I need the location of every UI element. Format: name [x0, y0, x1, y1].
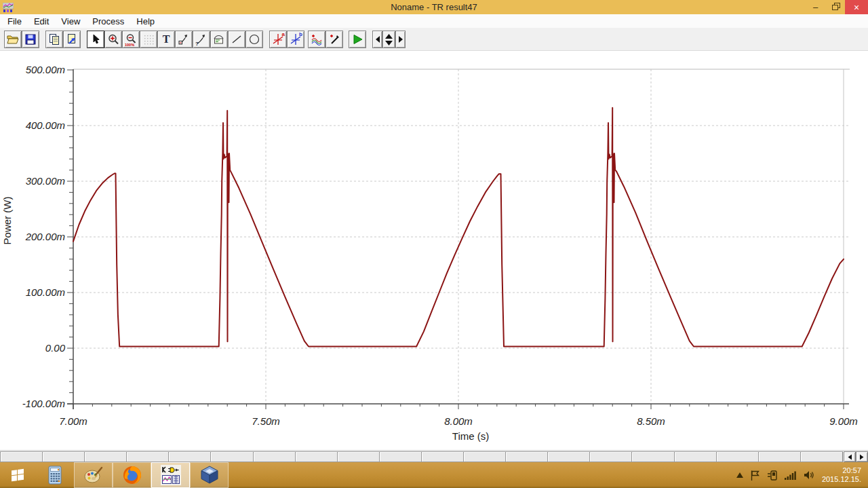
run-button[interactable]: [349, 31, 366, 48]
svg-text:7.00m: 7.00m: [59, 415, 87, 427]
auto-axis-icon: [177, 33, 191, 46]
save-button[interactable]: [22, 31, 39, 48]
down-arrow-icon: [385, 41, 393, 45]
paint-icon: [83, 466, 104, 485]
firefox-icon: [122, 465, 142, 485]
taskbar-clock[interactable]: 20:57 2015.12.15.: [822, 466, 861, 484]
svg-text:7.50m: 7.50m: [252, 415, 280, 427]
page-tab[interactable]: [379, 451, 422, 462]
minimize-button[interactable]: –: [806, 0, 825, 14]
toolbar: 100% T: [0, 29, 868, 51]
action-center-flag-icon[interactable]: [751, 470, 760, 481]
svg-text:0.00: 0.00: [45, 342, 66, 354]
cursor-tool-button[interactable]: [87, 31, 104, 48]
page-tab[interactable]: [168, 451, 211, 462]
line-icon: [230, 33, 243, 46]
svg-text:8.50m: 8.50m: [637, 415, 665, 427]
page-tab[interactable]: [631, 451, 674, 462]
menu-bar: FileEditViewProcessHelp: [0, 14, 868, 29]
legend-tool-button[interactable]: [210, 31, 228, 48]
grid-button[interactable]: [140, 31, 157, 48]
restore-button[interactable]: [825, 0, 845, 14]
network-signal-icon[interactable]: [785, 471, 796, 480]
svg-text:300.00m: 300.00m: [26, 175, 65, 187]
cursor-a-label: a: [282, 31, 285, 37]
page-tab[interactable]: [758, 451, 801, 462]
zoom-in-button[interactable]: [104, 31, 122, 48]
up-arrow-icon: [385, 34, 393, 39]
windows-logo-icon: [12, 469, 24, 482]
pen-icon: [328, 33, 341, 46]
page-tab[interactable]: [421, 451, 464, 462]
tab-scroll-left-button[interactable]: [844, 451, 856, 462]
page-tab[interactable]: [800, 451, 843, 462]
svg-text:Power (W): Power (W): [1, 197, 13, 245]
page-tab[interactable]: [42, 451, 85, 462]
cursor-b-label: b: [299, 31, 302, 37]
export-copy-icon: [65, 33, 79, 46]
restore-icon: [832, 4, 839, 10]
taskbar-firefox-button[interactable]: [113, 462, 151, 488]
hidden-icons-caret-icon[interactable]: [736, 472, 743, 478]
prev-curve-button[interactable]: [372, 31, 382, 48]
menu-process[interactable]: Process: [86, 14, 130, 28]
auto-axis-button[interactable]: [175, 31, 193, 48]
export-button[interactable]: [63, 31, 81, 48]
next-curve-button[interactable]: [395, 31, 406, 48]
pen-tool-button[interactable]: [326, 31, 343, 48]
page-tab[interactable]: [463, 451, 506, 462]
close-button[interactable]: ×: [845, 0, 868, 14]
page-tab[interactable]: [0, 451, 43, 462]
page-tab[interactable]: [674, 451, 717, 462]
svg-text:200.00m: 200.00m: [25, 231, 65, 242]
menu-help[interactable]: Help: [130, 14, 161, 28]
page-tab[interactable]: [547, 451, 590, 462]
hardware-icon[interactable]: [767, 470, 777, 481]
line-tool-button[interactable]: [228, 31, 245, 48]
cursor-b-button[interactable]: b: [287, 31, 304, 48]
copy-icon: [47, 33, 61, 46]
cursor-a-button[interactable]: a: [269, 31, 287, 48]
page-tab[interactable]: [589, 451, 632, 462]
ellipse-tool-button[interactable]: [245, 31, 263, 48]
text-tool-button[interactable]: T: [157, 31, 175, 48]
chart-area: 500.00m400.00m300.00m200.00m100.00m0.00-…: [0, 51, 868, 450]
menu-file[interactable]: File: [1, 14, 28, 28]
page-tab[interactable]: [716, 451, 759, 462]
window-title: Noname - TR result47: [0, 2, 868, 12]
left-arrow-icon: [374, 35, 381, 43]
start-button[interactable]: [0, 462, 35, 488]
taskbar-tina-button[interactable]: [151, 462, 190, 488]
menu-view[interactable]: View: [55, 14, 86, 28]
page-tabs: [0, 451, 842, 462]
svg-text:8.00m: 8.00m: [444, 415, 473, 427]
page-tab[interactable]: [126, 451, 169, 462]
tab-scroll-right-button[interactable]: [856, 451, 868, 462]
page-tab[interactable]: [253, 451, 296, 462]
chart-canvas: 500.00m400.00m300.00m200.00m100.00m0.00-…: [0, 51, 868, 450]
copy-button[interactable]: [45, 31, 63, 48]
svg-text:Time (s): Time (s): [452, 430, 489, 442]
open-button[interactable]: [4, 31, 22, 48]
add-curves-button[interactable]: [308, 31, 326, 48]
svg-text:-100.00m: -100.00m: [22, 398, 65, 409]
grid-icon: [142, 33, 155, 45]
page-tab[interactable]: [505, 451, 548, 462]
menu-edit[interactable]: Edit: [28, 14, 55, 28]
page-tab[interactable]: [337, 451, 380, 462]
system-tray: 20:57 2015.12.15.: [736, 462, 868, 488]
axis-query-label: ?: [195, 41, 199, 47]
zoom-100-button[interactable]: 100%: [122, 31, 140, 48]
clock-time: 20:57: [822, 466, 861, 475]
page-tab[interactable]: [84, 451, 127, 462]
page-tab[interactable]: [295, 451, 338, 462]
taskbar-virtualbox-button[interactable]: [190, 462, 229, 488]
taskbar-calculator-button[interactable]: [35, 462, 74, 488]
virtualbox-icon: [200, 465, 219, 485]
axis-query-button[interactable]: ?: [193, 31, 210, 48]
page-tab[interactable]: [210, 451, 253, 462]
taskbar-paint-button[interactable]: [74, 462, 113, 488]
svg-text:9.00m: 9.00m: [829, 415, 858, 427]
curve-spinner-button[interactable]: [382, 31, 395, 48]
volume-icon[interactable]: [804, 470, 814, 480]
